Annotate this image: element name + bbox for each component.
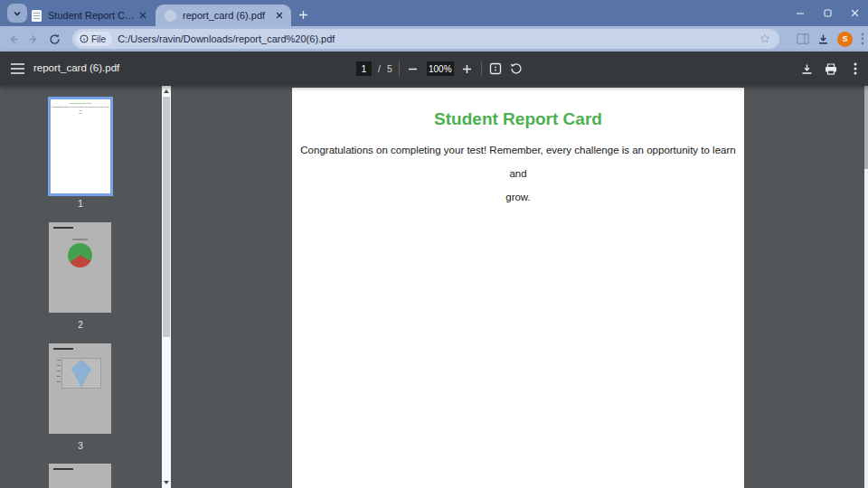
file-chip-label: File xyxy=(91,34,106,44)
info-icon xyxy=(80,34,89,43)
forward-button[interactable] xyxy=(24,29,43,49)
more-options-button[interactable] xyxy=(848,61,863,76)
new-tab-button[interactable] xyxy=(295,6,311,23)
zoom-out-button[interactable] xyxy=(406,61,420,76)
url-text: C:/Users/ravin/Downloads/report_card%20(… xyxy=(118,33,760,44)
download-button[interactable] xyxy=(799,61,814,76)
browser-address-row: File C:/Users/ravin/Downloads/report_car… xyxy=(0,26,868,52)
browser-titlebar: Student Report Card report_card (6).pdf xyxy=(0,0,868,26)
reload-icon xyxy=(49,33,61,45)
mini-doc-title: Student Report Card xyxy=(51,99,110,105)
maximize-button[interactable] xyxy=(814,0,841,26)
page-number-input[interactable]: 1 xyxy=(356,61,372,76)
main-scrollbar-thumb[interactable] xyxy=(864,86,868,169)
rotate-icon xyxy=(510,62,523,75)
menu-icon[interactable] xyxy=(9,61,25,77)
close-window-button[interactable] xyxy=(841,0,868,26)
file-chip[interactable]: File xyxy=(76,32,112,46)
browser-window: Student Report Card report_card (6).pdf xyxy=(0,0,868,488)
scroll-up-icon[interactable] xyxy=(162,86,171,97)
print-button[interactable] xyxy=(824,61,838,76)
scroll-down-icon[interactable] xyxy=(162,477,171,488)
sidebar-scrollbar[interactable] xyxy=(162,86,171,488)
rotate-button[interactable] xyxy=(509,61,524,76)
plus-icon xyxy=(462,64,472,74)
mini-chart-title xyxy=(53,227,73,229)
pdf-filename: report_card (6).pdf xyxy=(33,62,119,73)
tab-title: Student Report Card xyxy=(48,10,137,21)
fit-page-button[interactable] xyxy=(488,61,503,76)
pie-chart-preview xyxy=(68,243,92,267)
window-controls xyxy=(787,0,868,26)
pdf-favicon-icon xyxy=(165,10,176,22)
sidebar-scrollbar-thumb[interactable] xyxy=(163,97,170,337)
toolbar-divider xyxy=(481,61,482,76)
address-bar-actions: S xyxy=(797,29,864,49)
pdf-page-1: Student Report Card Congratulations on c… xyxy=(292,88,744,488)
zoom-level[interactable]: 100% xyxy=(427,61,454,76)
thumbnail-page-2[interactable] xyxy=(49,222,111,313)
thumbnail-page-3[interactable] xyxy=(49,343,111,434)
toolbar-divider xyxy=(399,61,400,76)
download-icon xyxy=(801,63,813,75)
kebab-menu-icon xyxy=(854,62,857,75)
thumbnail-page-4[interactable] xyxy=(49,464,111,488)
back-button[interactable] xyxy=(3,29,23,49)
chevron-down-icon xyxy=(13,9,22,18)
arrow-right-icon xyxy=(28,33,40,45)
close-icon xyxy=(851,9,859,17)
plus-icon xyxy=(298,10,308,20)
mini-pie-caption xyxy=(72,239,88,240)
downloads-icon[interactable] xyxy=(817,33,829,45)
mini-axis-ticks xyxy=(57,360,61,385)
minimize-icon xyxy=(796,9,805,18)
tab-report-card-pdf[interactable]: report_card (6).pdf xyxy=(156,5,291,26)
violin-chart-preview xyxy=(61,358,101,389)
thumbnail-label: 1 xyxy=(48,199,113,209)
arrow-left-icon xyxy=(7,33,19,45)
address-bar[interactable]: File C:/Users/ravin/Downloads/report_car… xyxy=(72,29,779,49)
thumbnail-page-1[interactable]: Student Report Card Congratulations on c… xyxy=(48,97,113,196)
document-favicon-icon xyxy=(32,10,42,22)
pdf-action-buttons xyxy=(799,52,863,86)
tab-student-report-card[interactable]: Student Report Card xyxy=(25,5,155,26)
side-panel-icon[interactable] xyxy=(797,33,809,44)
browser-menu-icon[interactable] xyxy=(861,33,864,45)
thumbnail-label: 3 xyxy=(48,441,113,451)
minimize-button[interactable] xyxy=(787,0,814,26)
main-scrollbar[interactable] xyxy=(864,86,868,488)
pdf-content-area: Student Report Card Congratulations on c… xyxy=(0,86,868,488)
mini-chart-title xyxy=(53,348,73,350)
maximize-icon xyxy=(824,9,832,17)
tab-search-button[interactable] xyxy=(7,4,27,23)
page-total: 5 xyxy=(387,63,392,74)
mini-chart-title xyxy=(53,468,73,470)
zoom-in-button[interactable] xyxy=(460,61,475,76)
document-title: Student Report Card xyxy=(292,88,744,129)
profile-avatar[interactable]: S xyxy=(837,32,853,47)
minus-icon xyxy=(408,64,418,74)
reload-button[interactable] xyxy=(44,29,64,49)
page-divider: / xyxy=(378,63,381,74)
bookmark-star-icon[interactable] xyxy=(760,33,770,44)
pdf-toolbar: report_card (6).pdf 1 / 5 100% xyxy=(0,52,868,86)
document-body: Congratulations on completing your test!… xyxy=(292,138,744,209)
pdf-page-zoom-controls: 1 / 5 100% xyxy=(356,52,524,86)
print-icon xyxy=(825,63,837,75)
tab-title: report_card (6).pdf xyxy=(183,10,273,21)
tab-close-icon[interactable] xyxy=(137,9,149,22)
fit-page-icon xyxy=(489,62,502,75)
tab-close-icon[interactable] xyxy=(273,9,286,22)
thumbnail-label: 2 xyxy=(48,320,113,330)
thumbnail-page-1-preview: Student Report Card Congratulations on c… xyxy=(51,99,110,193)
